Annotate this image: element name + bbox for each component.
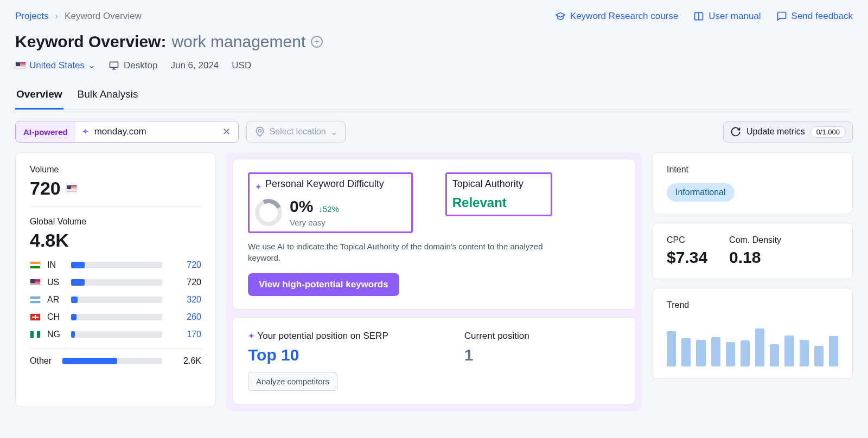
clear-domain-icon[interactable]: ✕ (222, 126, 231, 138)
pkd-donut-icon (255, 199, 282, 226)
location-selector[interactable]: United States ⌄ (15, 60, 95, 71)
pkd-highlight: ✦ Personal Keyword Difficulty 0% ↓52% Ve… (248, 172, 413, 233)
link-manual[interactable]: User manual (693, 11, 761, 22)
trend-bar (741, 340, 750, 366)
add-keyword-icon[interactable]: + (311, 36, 323, 48)
country-code: NG (47, 330, 65, 339)
domain-value: monday.com (94, 126, 146, 137)
flag-ng-icon (30, 331, 41, 338)
country-volume-value[interactable]: 260 (169, 312, 201, 322)
book-icon (693, 11, 704, 22)
trend-card: Trend (652, 288, 853, 379)
sparkle-icon: ✦ (82, 127, 89, 137)
chevron-right-icon: › (55, 11, 58, 22)
country-volume-value[interactable]: 720 (169, 260, 201, 270)
chevron-down-icon: ⌄ (330, 127, 337, 137)
flag-in-icon (30, 261, 41, 269)
flag-us-icon (15, 62, 26, 69)
breadcrumb-current: Keyword Overview (65, 11, 142, 22)
keyword-value: work management (171, 33, 305, 51)
ai-domain-input[interactable]: AI-powered ✦ monday.com ✕ (15, 121, 239, 143)
trend-bar (667, 331, 676, 366)
refresh-icon (730, 126, 741, 137)
chevron-down-icon: ⌄ (88, 60, 95, 71)
global-volume-row[interactable]: IN 720 (30, 256, 201, 274)
pkd-card: ✦ Personal Keyword Difficulty 0% ↓52% Ve… (232, 159, 636, 310)
volume-value: 720 (30, 178, 61, 199)
flag-us-icon (30, 279, 41, 286)
flag-us-icon (66, 185, 77, 192)
view-potential-keywords-button[interactable]: View high-potential keywords (248, 273, 399, 296)
breadcrumb: Projects › Keyword Overview (15, 11, 142, 22)
trend-bar (800, 340, 809, 367)
serp-current-label: Current position (464, 331, 529, 342)
graduation-cap-icon (555, 11, 566, 22)
trend-bar (755, 328, 764, 366)
date-filter: Jun 6, 2024 (170, 60, 219, 71)
ta-value: Relevant (452, 195, 524, 210)
country-volume-value[interactable]: 170 (169, 330, 201, 339)
update-metrics-button[interactable]: Update metrics 0/1,000 (723, 121, 853, 143)
global-volume-label: Global Volume (30, 217, 201, 227)
com-density-value: 0.18 (729, 248, 781, 267)
global-volume-other-row: Other 2.6K (30, 352, 201, 370)
select-location-dropdown[interactable]: Select location ⌄ (246, 121, 346, 143)
intent-label: Intent (667, 165, 838, 175)
trend-bar (814, 346, 824, 366)
global-volume-row[interactable]: AR 320 (30, 291, 201, 308)
trend-bar (681, 338, 691, 366)
tab-overview[interactable]: Overview (15, 84, 63, 110)
com-density-label: Com. Density (729, 235, 781, 245)
trend-label: Trend (667, 300, 838, 310)
serp-card: ✦ Your potential position on SERP Top 10… (232, 317, 636, 404)
serp-current-value: 1 (464, 346, 529, 364)
pkd-title: Personal Keyword Difficulty (265, 178, 384, 190)
pkd-sub: Very easy (290, 218, 339, 227)
breadcrumb-root[interactable]: Projects (15, 11, 48, 22)
cpc-label: CPC (667, 235, 707, 245)
sparkle-icon: ✦ (248, 331, 255, 340)
trend-bar (770, 344, 779, 366)
trend-bar (696, 340, 705, 367)
ta-title: Topical Authority (452, 178, 524, 190)
country-code: IN (47, 260, 65, 270)
ai-powered-label: AI-powered (16, 122, 75, 142)
volume-label: Volume (30, 165, 201, 175)
topical-authority-highlight: Topical Authority Relevant (445, 172, 552, 216)
desktop-icon (108, 60, 119, 71)
device-filter[interactable]: Desktop (108, 60, 157, 71)
trend-bar (711, 337, 720, 366)
country-code: US (47, 278, 65, 287)
sparkle-icon: ✦ (255, 182, 262, 192)
pin-icon (254, 126, 265, 137)
cpc-card: CPC $7.34 Com. Density 0.18 (652, 223, 853, 279)
country-code: CH (47, 312, 65, 322)
link-course[interactable]: Keyword Research course (555, 11, 678, 22)
page-title: Keyword Overview: (15, 33, 166, 51)
ai-description: We use AI to indicate the Topical Author… (248, 241, 573, 263)
trend-chart (667, 318, 838, 366)
cpc-value: $7.34 (667, 248, 707, 267)
flag-ch-icon (30, 313, 41, 321)
intent-card: Intent Informational (652, 152, 853, 214)
pkd-delta: ↓52% (318, 204, 339, 214)
analyze-competitors-button[interactable]: Analyze competitors (248, 372, 337, 391)
chat-icon (776, 11, 787, 22)
country-volume-value[interactable]: 320 (169, 295, 201, 305)
global-volume-row[interactable]: NG 170 (30, 326, 201, 343)
flag-ar-icon (30, 296, 41, 304)
global-volume-row: US 720 (30, 274, 201, 291)
global-volume-value: 4.8K (30, 230, 69, 251)
link-feedback[interactable]: Send feedback (776, 11, 853, 22)
trend-bar (784, 336, 794, 366)
tab-bulk-analysis[interactable]: Bulk Analysis (76, 84, 139, 110)
trend-bar (829, 336, 838, 366)
country-code: AR (47, 295, 65, 305)
svg-rect-2 (110, 62, 118, 67)
global-volume-row[interactable]: CH 260 (30, 308, 201, 326)
serp-potential-value: Top 10 (248, 346, 388, 364)
trend-bar (726, 342, 735, 366)
pkd-value: 0% (290, 197, 313, 216)
other-volume-value: 2.6K (169, 356, 201, 366)
svg-point-5 (258, 130, 261, 132)
